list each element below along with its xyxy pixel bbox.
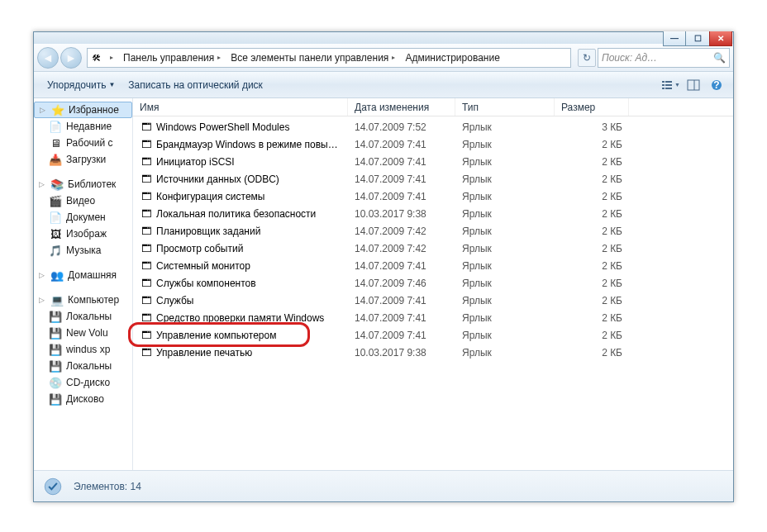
file-type: Ярлык (455, 243, 555, 254)
shortcut-icon: 🗔 (140, 294, 153, 307)
file-row[interactable]: 🗔Конфигурация системы14.07.2009 7:41Ярлы… (133, 188, 733, 205)
shortcut-icon: 🗔 (140, 173, 153, 186)
sidebar-item-drive-1[interactable]: 💾New Volu (34, 325, 132, 341)
file-date: 14.07.2009 7:41 (348, 139, 455, 150)
status-bar: Элементов: 14 (34, 470, 733, 501)
file-row[interactable]: 🗔Управление печатью10.03.2017 9:38Ярлык2… (133, 344, 733, 361)
sidebar-favorites[interactable]: ▷⭐Избранное (34, 102, 132, 118)
shortcut-icon: 🗔 (140, 311, 153, 325)
breadcrumb-3[interactable]: Администрирование (401, 49, 505, 67)
close-button[interactable]: ✕ (709, 31, 732, 46)
file-row[interactable]: 🗔Просмотр событий14.07.2009 7:42Ярлык2 К… (133, 240, 733, 257)
shortcut-icon: 🗔 (140, 259, 153, 273)
sidebar-item-drive-2[interactable]: 💾windus xp (34, 341, 132, 358)
sidebar-item-cd[interactable]: 💿CD-диско (34, 374, 132, 391)
file-row[interactable]: 🗔Средство проверки памяти Windows14.07.2… (133, 309, 733, 326)
column-type[interactable]: Тип (455, 98, 555, 116)
sidebar-item-documents[interactable]: 📄Докумен (34, 209, 132, 226)
file-name: Инициатор iSCSI (156, 156, 235, 168)
back-button[interactable]: ◄ (37, 47, 59, 69)
svg-rect-3 (665, 84, 672, 86)
file-date: 10.03.2017 9:38 (348, 347, 455, 359)
file-type: Ярлык (455, 330, 555, 341)
maximize-button[interactable]: ☐ (686, 31, 709, 46)
sidebar-item-videos[interactable]: 🎬Видео (34, 192, 132, 209)
svg-rect-2 (662, 84, 665, 86)
file-row[interactable]: 🗔Источники данных (ODBC)14.07.2009 7:41Я… (133, 170, 733, 188)
navigation-pane[interactable]: ▷⭐Избранное 📄Недавние 🖥Рабочий с 📥Загруз… (34, 98, 133, 470)
shortcut-icon: 🗔 (140, 346, 153, 359)
breadcrumb-1[interactable]: Панель управления▸ (119, 49, 226, 67)
file-name: Локальная политика безопасности (156, 208, 316, 220)
forward-button[interactable]: ► (60, 47, 82, 69)
shortcut-icon: 🗔 (140, 329, 153, 342)
file-row[interactable]: 🗔Windows PowerShell Modules14.07.2009 7:… (133, 118, 733, 135)
file-date: 14.07.2009 7:42 (348, 226, 455, 237)
svg-rect-5 (665, 88, 672, 89)
sidebar-item-drive-0[interactable]: 💾Локальны (34, 308, 132, 325)
svg-rect-6 (688, 80, 699, 90)
breadcrumb-2[interactable]: Все элементы панели управления▸ (226, 49, 401, 67)
file-row[interactable]: 🗔Локальная политика безопасности10.03.20… (133, 205, 733, 222)
file-date: 14.07.2009 7:41 (348, 260, 455, 272)
shortcut-icon: 🗔 (140, 155, 153, 169)
shortcut-icon: 🗔 (140, 207, 153, 221)
file-type: Ярлык (455, 173, 555, 185)
file-date: 10.03.2017 9:38 (348, 208, 455, 220)
preview-pane-button[interactable] (684, 76, 703, 94)
file-size: 2 КБ (555, 330, 629, 341)
file-type: Ярлык (455, 347, 555, 359)
file-type: Ярлык (455, 226, 555, 237)
sidebar-item-downloads[interactable]: 📥Загрузки (34, 151, 132, 168)
file-date: 14.07.2009 7:46 (348, 278, 455, 289)
file-row[interactable]: 🗔Службы компонентов14.07.2009 7:46Ярлык2… (133, 274, 733, 292)
view-options-button[interactable]: ▼ (660, 76, 680, 94)
file-row[interactable]: 🗔Службы14.07.2009 7:41Ярлык2 КБ (133, 292, 733, 309)
breadcrumb-dropdown[interactable]: ▸ (102, 49, 119, 67)
file-date: 14.07.2009 7:41 (348, 191, 455, 202)
shortcut-icon: 🗔 (140, 138, 153, 151)
sidebar-computer[interactable]: ▷💻Компьютер (34, 292, 132, 308)
star-icon: ⭐ (51, 103, 64, 116)
file-size: 2 КБ (555, 173, 629, 185)
file-date: 14.07.2009 7:42 (348, 243, 455, 254)
sidebar-homegroup[interactable]: ▷👥Домашняя (34, 267, 132, 283)
address-bar[interactable]: 🛠 ▸ Панель управления▸ Все элементы пане… (87, 48, 571, 68)
file-name: Брандмауэр Windows в режиме повы… (156, 139, 338, 150)
file-row[interactable]: 🗔Планировщик заданий14.07.2009 7:42Ярлык… (133, 222, 733, 240)
status-count: Элементов: 14 (74, 481, 141, 492)
file-size: 2 КБ (555, 139, 629, 150)
organize-menu[interactable]: Упорядочить▼ (40, 76, 121, 94)
burn-disc-button[interactable]: Записать на оптический диск (121, 76, 269, 94)
svg-text:?: ? (713, 79, 719, 91)
file-row[interactable]: 🗔Управление компьютером14.07.2009 7:41Яр… (133, 326, 733, 344)
file-name: Средство проверки памяти Windows (156, 312, 324, 324)
title-bar[interactable]: — ☐ ✕ (34, 32, 733, 44)
minimize-button[interactable]: — (663, 31, 686, 46)
file-size: 2 КБ (555, 243, 629, 254)
sidebar-item-drive-5[interactable]: 💾Дисково (34, 391, 132, 407)
status-icon (40, 475, 65, 498)
shortcut-icon: 🗔 (140, 277, 153, 290)
search-input[interactable]: Поиск: Ад… 🔍 (598, 48, 730, 68)
file-row[interactable]: 🗔Инициатор iSCSI14.07.2009 7:41Ярлык2 КБ (133, 153, 733, 170)
file-size: 2 КБ (555, 226, 629, 237)
refresh-button[interactable]: ↻ (578, 49, 596, 67)
sidebar-item-recent[interactable]: 📄Недавние (34, 118, 132, 135)
file-row[interactable]: 🗔Системный монитор14.07.2009 7:41Ярлык2 … (133, 257, 733, 274)
file-row[interactable]: 🗔Брандмауэр Windows в режиме повы…14.07.… (133, 135, 733, 153)
help-button[interactable]: ? (707, 76, 727, 94)
sidebar-item-desktop[interactable]: 🖥Рабочий с (34, 135, 132, 151)
column-name[interactable]: Имя (133, 98, 348, 116)
file-size: 2 КБ (555, 208, 629, 220)
navigation-bar: ◄ ► 🛠 ▸ Панель управления▸ Все элементы … (34, 44, 733, 72)
column-date[interactable]: Дата изменения (348, 98, 455, 116)
sidebar-item-music[interactable]: 🎵Музыка (34, 242, 132, 259)
file-date: 14.07.2009 7:41 (348, 173, 455, 185)
shortcut-icon: 🗔 (140, 190, 153, 203)
file-size: 2 КБ (555, 156, 629, 168)
sidebar-item-pictures[interactable]: 🖼Изображ (34, 226, 132, 242)
sidebar-libraries[interactable]: ▷📚Библиотек (34, 176, 132, 192)
column-size[interactable]: Размер (555, 98, 629, 116)
sidebar-item-drive-3[interactable]: 💾Локальны (34, 358, 132, 374)
